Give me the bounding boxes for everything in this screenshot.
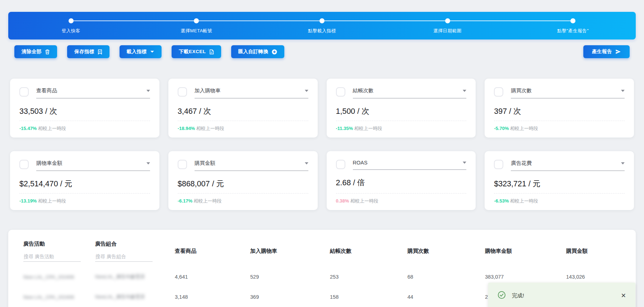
step-load-metrics: 點擊載入指標 bbox=[259, 18, 385, 39]
metric-checkbox[interactable] bbox=[19, 87, 29, 97]
metric-title: 廣告花費 bbox=[511, 160, 532, 167]
change-percent: -5.70% bbox=[494, 126, 509, 131]
step-label: 選擇日期範圍 bbox=[434, 28, 462, 34]
metric-select[interactable]: 廣告花費 bbox=[511, 160, 625, 171]
cell-view-content: 3,148 bbox=[175, 294, 250, 300]
column-label: 廣告組合 bbox=[95, 241, 175, 247]
metric-title: 購買金額 bbox=[195, 160, 215, 167]
cell-add-to-cart: 529 bbox=[250, 274, 330, 280]
metric-value: $2,514,470 / 元 bbox=[19, 178, 150, 189]
cell-checkout: 253 bbox=[330, 274, 407, 280]
metric-select[interactable]: 結帳次數 bbox=[353, 87, 467, 98]
check-circle-icon bbox=[498, 291, 506, 301]
divider bbox=[494, 121, 625, 121]
adset-search-input[interactable] bbox=[95, 253, 153, 262]
plus-circle-icon bbox=[272, 49, 277, 55]
load-metrics-button[interactable]: 載入指標 bbox=[120, 45, 162, 58]
metric-select[interactable]: ROAS bbox=[353, 160, 467, 170]
table-header-row: 廣告活動 廣告組合 查看商品 加入購物車 結帳次數 購買次數 購物車金額 購買金… bbox=[23, 241, 636, 262]
metric-compare: -15.47% 相較上一時段 bbox=[19, 125, 150, 132]
clear-all-button[interactable]: 清除全部 bbox=[14, 45, 57, 58]
change-percent: -13.19% bbox=[19, 198, 37, 204]
compare-label: 相較上一時段 bbox=[510, 126, 538, 131]
metric-value: 3,467 / 次 bbox=[178, 106, 308, 116]
metric-value: $868,007 / 元 bbox=[178, 178, 308, 189]
metric-compare: -18.94% 相較上一時段 bbox=[178, 125, 308, 132]
compare-label: 相較上一時段 bbox=[510, 198, 538, 204]
metric-checkbox[interactable] bbox=[178, 160, 187, 169]
metric-select[interactable]: 購物車金額 bbox=[36, 160, 150, 171]
document-icon bbox=[209, 49, 214, 55]
metric-value: $323,721 / 元 bbox=[494, 178, 625, 189]
campaign-name: New LAL_CPA_202406 bbox=[23, 294, 95, 300]
metric-select[interactable]: 購買金額 bbox=[195, 160, 308, 171]
step-generate-report: 點擊"產生報告" bbox=[510, 18, 636, 39]
cell-purchase-value: 143,026 bbox=[566, 274, 636, 280]
metric-checkbox[interactable] bbox=[19, 160, 29, 169]
metric-title: 加入購物車 bbox=[195, 87, 221, 94]
metric-card-checkout: 結帳次數 1,500 / 次 -11.35% 相較上一時段 bbox=[327, 79, 476, 138]
cell-add-to-cart: 369 bbox=[250, 294, 330, 300]
metric-checkbox[interactable] bbox=[336, 160, 345, 169]
save-metrics-button[interactable]: 保存指標 bbox=[67, 45, 109, 58]
chevron-down-icon bbox=[150, 50, 154, 53]
divider bbox=[19, 193, 150, 194]
step-label: 點擊載入指標 bbox=[308, 28, 336, 34]
campaign-search-input[interactable] bbox=[23, 253, 81, 262]
metric-checkbox[interactable] bbox=[494, 87, 503, 97]
column-add-to-cart: 加入購物車 bbox=[250, 248, 330, 255]
import-custom-conversion-button[interactable]: 匯入自訂轉換 bbox=[231, 45, 284, 58]
metric-card-ad-spend: 廣告花費 $323,721 / 元 -6.53% 相較上一時段 bbox=[485, 151, 634, 210]
metric-value: 1,500 / 次 bbox=[336, 106, 467, 116]
close-icon[interactable]: ✕ bbox=[621, 293, 626, 299]
metric-compare: -13.19% 相較上一時段 bbox=[19, 198, 150, 204]
step-label: 登入快客 bbox=[62, 28, 80, 34]
metric-card-add-to-cart: 加入購物車 3,467 / 次 -18.94% 相較上一時段 bbox=[168, 79, 318, 138]
chevron-down-icon bbox=[463, 90, 466, 92]
change-percent: -15.47% bbox=[19, 126, 37, 131]
adset-name: NewLAL_廣告年齡受眾 bbox=[95, 294, 175, 300]
divider bbox=[336, 193, 467, 194]
metric-select[interactable]: 查看商品 bbox=[36, 87, 150, 98]
cell-view-content: 4,641 bbox=[175, 274, 250, 280]
metric-select[interactable]: 購買次數 bbox=[511, 87, 625, 98]
change-percent: -11.35% bbox=[336, 126, 353, 131]
metric-card-cart-value: 購物車金額 $2,514,470 / 元 -13.19% 相較上一時段 bbox=[10, 151, 159, 210]
metric-compare: -6.53% 相較上一時段 bbox=[494, 198, 625, 204]
metric-checkbox[interactable] bbox=[494, 160, 503, 169]
step-select-meta-account: 選擇META帳號 bbox=[134, 18, 260, 39]
success-toast: 完成! ✕ bbox=[488, 283, 635, 307]
column-purchase-value: 購買金額 bbox=[566, 248, 636, 255]
divider bbox=[178, 193, 308, 194]
step-dot bbox=[570, 18, 575, 23]
generate-report-button[interactable]: 產生報告 bbox=[583, 45, 630, 58]
step-label: 選擇META帳號 bbox=[181, 28, 212, 34]
compare-label: 相較上一時段 bbox=[350, 198, 378, 204]
save-metrics-label: 保存指標 bbox=[74, 48, 94, 55]
column-label: 廣告活動 bbox=[23, 241, 95, 247]
chevron-down-icon bbox=[146, 162, 150, 164]
metric-title: 查看商品 bbox=[36, 87, 57, 94]
divider bbox=[336, 121, 467, 121]
download-excel-label: 下載EXCEL bbox=[179, 48, 206, 55]
change-percent: -6.53% bbox=[494, 198, 509, 204]
chevron-down-icon bbox=[621, 162, 625, 164]
step-dot bbox=[69, 18, 74, 23]
divider bbox=[494, 193, 625, 194]
toast-message: 完成! bbox=[512, 292, 524, 299]
metric-value: 397 / 次 bbox=[494, 106, 625, 116]
download-excel-button[interactable]: 下載EXCEL bbox=[172, 45, 221, 58]
trash-icon bbox=[45, 49, 50, 55]
metric-select[interactable]: 加入購物車 bbox=[195, 87, 308, 98]
column-cart-value: 購物車金額 bbox=[485, 248, 566, 255]
metric-card-roas: ROAS 2.68 / 倍 0.38% 相較上一時段 bbox=[327, 151, 476, 210]
column-purchases: 購買次數 bbox=[407, 248, 485, 255]
metric-compare: 0.38% 相較上一時段 bbox=[336, 198, 467, 204]
change-percent: -6.17% bbox=[178, 198, 192, 204]
metric-checkbox[interactable] bbox=[336, 87, 345, 97]
metric-checkbox[interactable] bbox=[178, 87, 187, 97]
step-login: 登入快客 bbox=[8, 18, 134, 39]
chevron-down-icon bbox=[621, 90, 625, 92]
progress-stepper: 登入快客 選擇META帳號 點擊載入指標 選擇日期範圍 點擊"產生報告" bbox=[8, 12, 636, 39]
metric-compare: -5.70% 相較上一時段 bbox=[494, 125, 625, 132]
